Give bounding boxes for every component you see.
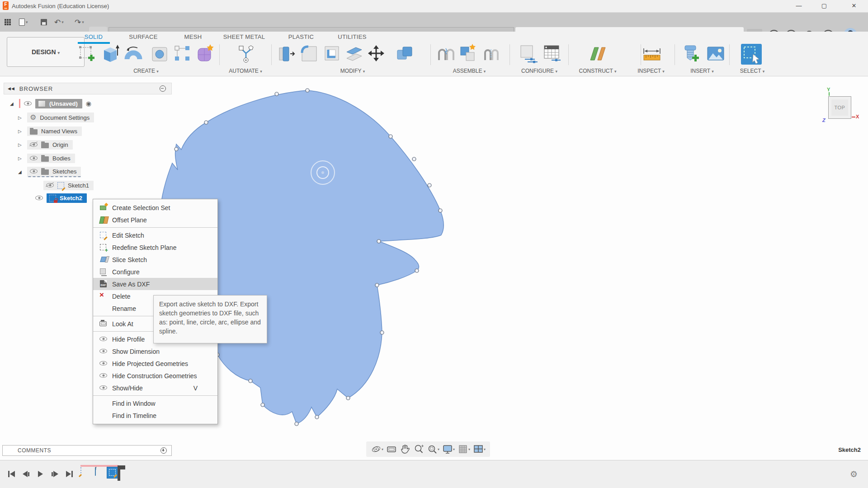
configuration-table-icon[interactable]: [542, 43, 562, 66]
visibility-eye-off-icon[interactable]: [46, 183, 54, 188]
combine-icon[interactable]: [394, 43, 415, 66]
shell-icon[interactable]: [321, 43, 342, 66]
design-workspace-selector[interactable]: DESIGN ▾: [7, 37, 85, 67]
menu-item-slice-sketch[interactable]: Slice Sketch: [93, 253, 217, 266]
visibility-eye-off-icon[interactable]: [30, 142, 38, 147]
timeline-step-forward-button[interactable]: [49, 469, 61, 479]
insert-fastener-icon[interactable]: [681, 43, 702, 66]
group-label-construct[interactable]: CONSTRUCT ▾: [579, 68, 617, 74]
viewports-icon[interactable]: ▾: [473, 444, 486, 455]
menu-item-hide-construction-geometries[interactable]: Hide Construction Geometries: [93, 370, 217, 382]
group-label-assemble[interactable]: ASSEMBLE ▾: [453, 68, 486, 74]
measure-icon[interactable]: [642, 43, 662, 66]
group-label-modify[interactable]: MODIFY ▾: [340, 68, 365, 74]
close-button[interactable]: ✕: [846, 0, 862, 12]
timeline-feature-sketch2-active[interactable]: [107, 467, 118, 479]
timeline-position-marker[interactable]: [118, 465, 120, 481]
menu-item-find-in-window[interactable]: Find in Window: [93, 397, 217, 409]
pan-icon[interactable]: [400, 444, 410, 455]
tab-utilities[interactable]: UTILITIES: [338, 33, 366, 40]
menu-item-offset-plane[interactable]: Offset Plane: [93, 214, 217, 226]
joint-icon[interactable]: [435, 43, 456, 66]
timeline-play-button[interactable]: [34, 469, 46, 479]
group-label-create[interactable]: CREATE ▾: [133, 68, 159, 74]
menu-item-create-selection-set[interactable]: Create Selection Set: [93, 202, 217, 214]
timeline-feature-sketch1[interactable]: [80, 467, 81, 476]
tree-row-root[interactable]: ◢ (Unsaved) ◉: [10, 98, 91, 109]
add-comment-icon[interactable]: [160, 447, 167, 454]
group-label-configure[interactable]: CONFIGURE ▾: [521, 68, 557, 74]
tab-mesh[interactable]: MESH: [184, 33, 202, 40]
activate-component-icon[interactable]: ◉: [86, 100, 91, 107]
tab-solid[interactable]: SOLID: [85, 33, 103, 40]
tree-row-origin[interactable]: ▷ Origin: [18, 139, 73, 150]
visibility-eye-icon[interactable]: [30, 156, 38, 160]
orbit-icon[interactable]: ▾: [371, 444, 383, 455]
insert-canvas-icon[interactable]: [705, 43, 726, 66]
minimize-button[interactable]: —: [791, 0, 807, 12]
group-label-select[interactable]: SELECT ▾: [740, 68, 764, 74]
split-body-icon[interactable]: [344, 43, 364, 66]
fillet-icon[interactable]: [298, 43, 319, 66]
visibility-eye-icon[interactable]: [24, 101, 32, 106]
tree-row-sketches[interactable]: ◢ Sketches: [18, 166, 81, 177]
tree-row-bodies[interactable]: ▷ Bodies: [18, 153, 75, 164]
press-pull-icon[interactable]: [276, 43, 297, 66]
expand-arrow-icon[interactable]: ▷: [18, 156, 24, 161]
expand-arrow-icon[interactable]: ▷: [18, 142, 24, 147]
maximize-button[interactable]: ▢: [816, 0, 832, 12]
menu-item-find-in-timeline[interactable]: Find in Timeline: [93, 409, 217, 422]
collapse-panel-icon[interactable]: ◀◀: [8, 86, 15, 91]
fit-zoom-window-icon[interactable]: ▾: [427, 444, 439, 455]
display-settings-icon[interactable]: ▾: [442, 444, 455, 455]
expand-arrow-icon[interactable]: ▷: [18, 129, 24, 134]
tree-row-sketch2-selected[interactable]: Sketch2: [35, 192, 87, 203]
timeline-step-back-button[interactable]: [20, 469, 32, 479]
tab-sheet-metal[interactable]: SHEET METAL: [223, 33, 265, 40]
visibility-eye-icon[interactable]: [35, 196, 43, 200]
browser-header[interactable]: ◀◀ BROWSER: [4, 83, 172, 94]
grid-snap-icon[interactable]: ▾: [458, 444, 470, 455]
tree-row-named-views[interactable]: ▷ Named Views: [18, 126, 82, 136]
menu-item-show-hide[interactable]: Show/HideV: [93, 382, 217, 394]
tab-plastic[interactable]: PLASTIC: [288, 33, 314, 40]
move-copy-icon[interactable]: [366, 43, 387, 66]
menu-item-configure[interactable]: Configure: [93, 266, 217, 278]
rigid-group-icon[interactable]: [480, 43, 500, 66]
menu-item-save-as-dxf[interactable]: DXFSave As DXF: [93, 278, 217, 290]
file-menu-icon[interactable]: ▾: [19, 16, 28, 28]
group-label-automate[interactable]: AUTOMATE ▾: [229, 68, 262, 74]
menu-item-redefine-sketch-plane[interactable]: Redefine Sketch Plane: [93, 241, 217, 253]
expand-arrow-icon[interactable]: ◢: [10, 101, 15, 106]
hole-icon[interactable]: [149, 43, 170, 66]
look-at-icon[interactable]: [386, 444, 397, 455]
create-form-icon[interactable]: [194, 43, 215, 66]
app-grid-icon[interactable]: [5, 16, 11, 28]
redo-icon[interactable]: ↷▾: [75, 16, 84, 28]
save-icon[interactable]: [41, 16, 47, 28]
construct-plane-icon[interactable]: [587, 43, 608, 66]
automate-icon[interactable]: [236, 43, 256, 66]
extrude-icon[interactable]: [100, 43, 121, 66]
group-label-inspect[interactable]: INSPECT ▾: [637, 68, 665, 74]
comments-bar[interactable]: COMMENTS: [2, 445, 172, 456]
view-cube[interactable]: TOP: [828, 96, 851, 119]
undo-icon[interactable]: ↶▾: [54, 16, 64, 28]
configure-cube-icon[interactable]: [518, 43, 538, 66]
select-tool-icon[interactable]: [741, 43, 762, 67]
zoom-icon[interactable]: [413, 444, 424, 455]
view-cube-top-face[interactable]: TOP: [831, 99, 848, 116]
tab-surface[interactable]: SURFACE: [129, 33, 158, 40]
create-sketch-icon[interactable]: [76, 43, 97, 66]
tree-row-document-settings[interactable]: ▷ ⚙Document Settings: [18, 112, 94, 123]
browser-minus-icon[interactable]: [160, 85, 166, 92]
menu-item-edit-sketch[interactable]: Edit Sketch: [93, 229, 217, 241]
tree-row-sketch1[interactable]: Sketch1: [43, 180, 94, 191]
group-label-insert[interactable]: INSERT ▾: [690, 68, 713, 74]
expand-arrow-icon[interactable]: ◢: [18, 169, 24, 174]
revolve-icon[interactable]: [123, 43, 144, 66]
timeline-go-to-start-button[interactable]: [5, 469, 17, 479]
new-component-icon[interactable]: [458, 43, 478, 66]
timeline-feature-extrude[interactable]: [95, 467, 96, 476]
timeline-go-to-end-button[interactable]: [63, 469, 75, 479]
